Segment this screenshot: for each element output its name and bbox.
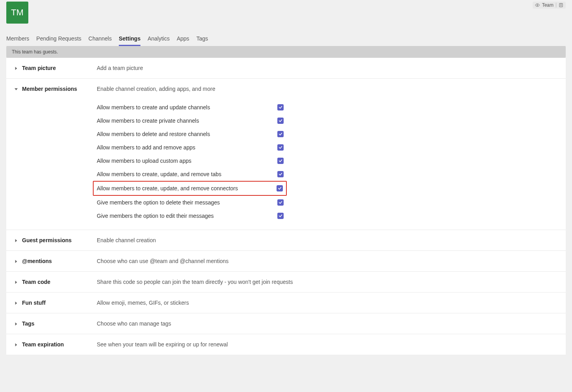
settings-panel: Team picture Add a team picture Member p… — [6, 58, 566, 355]
section-desc: Choose who can use @team and @channel me… — [97, 258, 558, 264]
perm-row: Allow members to create, update, and rem… — [97, 182, 283, 195]
section-desc: Choose who can manage tags — [97, 320, 558, 327]
perm-label: Give members the option to edit their me… — [97, 213, 269, 219]
team-logo: TM — [6, 2, 28, 24]
team-logo-initials: TM — [11, 7, 24, 18]
perm-label: Allow members to create private channels — [97, 118, 269, 124]
tab-tags[interactable]: Tags — [196, 35, 208, 46]
perm-row: Allow members to delete and restore chan… — [97, 127, 284, 141]
perm-row: Allow members to create private channels — [97, 114, 284, 127]
section-title: Team code — [22, 279, 50, 285]
tab-settings[interactable]: Settings — [119, 35, 140, 46]
section-title: Fun stuff — [22, 300, 46, 306]
visibility-icon — [535, 3, 540, 7]
team-context-pill[interactable]: Team — [533, 2, 566, 9]
chevron-right-icon[interactable] — [14, 301, 18, 305]
guests-banner-text: This team has guests. — [12, 49, 58, 55]
guests-banner: This team has guests. — [6, 46, 566, 58]
tab-apps[interactable]: Apps — [177, 35, 189, 46]
perm-checkbox[interactable] — [277, 144, 284, 151]
org-icon — [559, 3, 563, 7]
tab-pending-requests[interactable]: Pending Requests — [36, 35, 81, 46]
perm-checkbox[interactable] — [277, 158, 284, 164]
team-pill-label: Team — [542, 2, 554, 8]
perm-checkbox[interactable] — [277, 199, 284, 206]
section-team-expiration: Team expiration See when your team will … — [6, 334, 566, 355]
section-title: Tags — [22, 320, 35, 327]
pill-divider — [556, 3, 556, 7]
perm-label: Allow members to create, update, and rem… — [97, 185, 269, 191]
section-title: Team expiration — [22, 341, 64, 348]
section-guest-permissions: Guest permissions Enable channel creatio… — [6, 230, 566, 251]
perm-checkbox[interactable] — [277, 171, 284, 177]
tab-channels[interactable]: Channels — [89, 35, 112, 46]
section-team-code: Team code Share this code so people can … — [6, 272, 566, 293]
perm-checkbox[interactable] — [277, 118, 284, 124]
chevron-down-icon[interactable] — [14, 87, 18, 91]
perm-label: Allow members to add and remove apps — [97, 144, 269, 151]
section-member-permissions: Member permissions Enable channel creati… — [6, 79, 566, 230]
perm-row: Allow members to create and update chann… — [97, 101, 284, 114]
perm-checkbox[interactable] — [277, 185, 283, 191]
section-title: Guest permissions — [22, 237, 72, 243]
chevron-right-icon[interactable] — [14, 322, 18, 326]
perm-row: Give members the option to delete their … — [97, 196, 284, 209]
perm-row: Allow members to add and remove apps — [97, 141, 284, 154]
perm-label: Allow members to upload custom apps — [97, 158, 269, 164]
chevron-right-icon[interactable] — [14, 343, 18, 347]
chevron-right-icon[interactable] — [14, 66, 18, 70]
section-title: @mentions — [22, 258, 52, 264]
section-desc: Share this code so people can join the t… — [97, 279, 558, 285]
section-mentions: @mentions Choose who can use @team and @… — [6, 251, 566, 272]
highlighted-permission: Allow members to create, update, and rem… — [93, 181, 287, 196]
perm-row: Give members the option to edit their me… — [97, 209, 284, 223]
perm-label: Allow members to create, update, and rem… — [97, 171, 269, 177]
tab-analytics[interactable]: Analytics — [148, 35, 170, 46]
chevron-right-icon[interactable] — [14, 259, 18, 263]
section-desc: Enable channel creation, adding apps, an… — [97, 86, 558, 92]
svg-point-0 — [537, 5, 538, 6]
perm-label: Allow members to create and update chann… — [97, 104, 269, 110]
perm-row: Allow members to upload custom apps — [97, 154, 284, 167]
section-desc: See when your team will be expiring or u… — [97, 341, 558, 348]
perm-checkbox[interactable] — [277, 104, 284, 110]
perm-checkbox[interactable] — [277, 131, 284, 137]
perm-label: Allow members to delete and restore chan… — [97, 131, 269, 137]
tab-members[interactable]: Members — [6, 35, 29, 46]
section-desc: Allow emoji, memes, GIFs, or stickers — [97, 300, 558, 306]
section-desc: Enable channel creation — [97, 237, 558, 243]
perm-label: Give members the option to delete their … — [97, 199, 269, 206]
section-title: Team picture — [22, 65, 56, 71]
perm-checkbox[interactable] — [277, 213, 284, 219]
section-title: Member permissions — [22, 86, 77, 92]
perm-row: Allow members to create, update, and rem… — [97, 167, 284, 181]
section-desc: Add a team picture — [97, 65, 558, 71]
tab-bar: Members Pending Requests Channels Settin… — [6, 24, 566, 46]
section-fun-stuff: Fun stuff Allow emoji, memes, GIFs, or s… — [6, 293, 566, 313]
section-tags: Tags Choose who can manage tags — [6, 313, 566, 334]
chevron-right-icon[interactable] — [14, 280, 18, 284]
chevron-right-icon[interactable] — [14, 239, 18, 243]
section-team-picture: Team picture Add a team picture — [6, 58, 566, 79]
